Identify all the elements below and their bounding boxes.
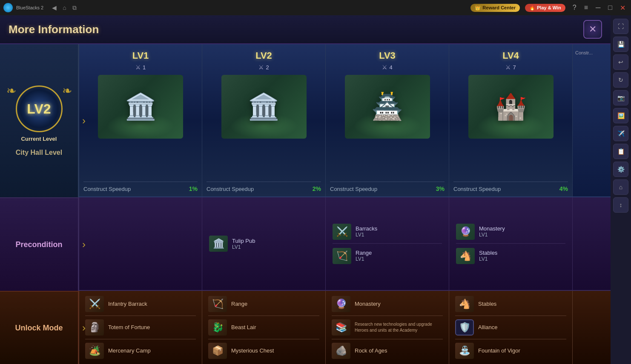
infantry-barrack-name: Infantry Barrack bbox=[108, 301, 147, 308]
academy-research-desc: Research new technologies and upgrade He… bbox=[355, 321, 443, 333]
monastery-lv: LV1 bbox=[479, 232, 505, 238]
unlock-col-2: 🏹 Range 🐉 Beast Lair 📦 Mysterious Chest bbox=[202, 291, 326, 364]
precond-col-2: 🏛️ Tulip Pub LV1 bbox=[202, 197, 326, 290]
close-x-icon: ✕ bbox=[589, 24, 597, 35]
beast-lair-icon: 🐉 bbox=[208, 319, 227, 336]
unlock-mysterious-chest: 📦 Mysterious Chest bbox=[208, 343, 319, 359]
level-card-lv4: LV4 ⚔ 7 🏰 Construct Speedup 4% bbox=[449, 44, 573, 196]
unlock-col-partial bbox=[573, 291, 611, 364]
levels-row: LV1 ⚔ 1 🏛️ Construct Speedup 1% bbox=[79, 44, 611, 197]
precond-arrow-icon: › bbox=[82, 239, 86, 250]
play-win-button[interactable]: 🔥 Play & Win bbox=[525, 4, 565, 12]
precondition-row: 🏛️ Tulip Pub LV1 ⚔️ Barracks bbox=[79, 197, 611, 291]
strip-expand-btn[interactable]: ⛶ bbox=[613, 19, 628, 34]
unlock-arrow-icon: › bbox=[82, 322, 86, 334]
mercenary-camp-name: Mercenary Camp bbox=[108, 347, 151, 355]
precond-item-barracks: ⚔️ Barracks LV1 bbox=[333, 224, 442, 244]
precond-col-1 bbox=[79, 197, 202, 290]
unlock-mode-section: Unlock Mode › bbox=[0, 291, 79, 364]
strip-send-btn[interactable]: ✈️ bbox=[613, 126, 628, 141]
left-wing: ❧ bbox=[6, 84, 16, 98]
stables-unlock-name: Stables bbox=[478, 301, 496, 308]
sword-icon-lv3: ⚔ bbox=[382, 64, 387, 71]
lv1-speedup-label: Construct Speedup bbox=[83, 186, 131, 192]
lv2-building-image: 🏛️ bbox=[221, 75, 307, 139]
unlock-fountain-vigor: ⛲ Fountain of Vigor bbox=[455, 343, 566, 359]
tulip-pub-mini-icon: 🏛️ bbox=[209, 236, 228, 252]
help-button[interactable]: ? bbox=[571, 3, 579, 12]
level-card-lv1: LV1 ⚔ 1 🏛️ Construct Speedup 1% bbox=[79, 44, 202, 196]
lv4-building-image: 🏰 bbox=[468, 75, 554, 139]
strip-copy-btn[interactable]: 📋 bbox=[613, 144, 628, 159]
level-card-partial: Constr... bbox=[573, 44, 611, 196]
reward-center-label: Reward Center bbox=[482, 5, 516, 10]
strip-save-btn[interactable]: 💾 bbox=[613, 37, 628, 52]
strip-image-btn[interactable]: 🖼️ bbox=[613, 108, 628, 123]
unlock-col-3: 🔮 Monastery 📚 Research new technologies … bbox=[326, 291, 449, 364]
lv3-speedup-row: Construct Speedup 3% bbox=[330, 182, 445, 192]
mysterious-chest-icon: 📦 bbox=[208, 343, 227, 359]
nav-buttons: ◀ ⌂ ⧉ bbox=[50, 3, 78, 12]
right-strip: ⛶ 💾 ↩ ↻ 📷 🖼️ ✈️ 📋 ⚙️ ⌂ ↕ bbox=[611, 15, 631, 364]
right-wing: ❧ bbox=[62, 84, 72, 98]
strip-camera-btn[interactable]: 📷 bbox=[613, 90, 628, 105]
strip-settings-btn[interactable]: ⚙️ bbox=[613, 162, 628, 177]
barracks-mini-icon: ⚔️ bbox=[333, 224, 351, 240]
totem-fortune-icon: 🗿 bbox=[85, 319, 104, 336]
app-name: BlueStacks 2 bbox=[16, 5, 43, 10]
range-info: Range LV1 bbox=[356, 250, 372, 262]
mysterious-chest-name: Mysterious Chest bbox=[231, 347, 274, 355]
unlock-alliance: 🛡️ Alliance bbox=[455, 319, 566, 339]
lv2-req: ⚔ 2 bbox=[258, 64, 269, 71]
lv1-building-shape: 🏛️ bbox=[125, 94, 157, 119]
menu-button[interactable]: ≡ bbox=[582, 3, 590, 12]
precondition-label: Precondition bbox=[15, 240, 62, 249]
barracks-info: Barracks LV1 bbox=[356, 225, 377, 238]
nav-copy[interactable]: ⧉ bbox=[71, 3, 78, 12]
current-level-label: Current Level bbox=[21, 136, 57, 142]
minimize-button[interactable]: ─ bbox=[594, 3, 602, 12]
unlock-academy-research: 📚 Research new technologies and upgrade … bbox=[332, 319, 443, 339]
monastery-unlock-icon: 🔮 bbox=[332, 296, 350, 312]
rock-ages-name: Rock of Ages bbox=[355, 347, 387, 355]
unlock-infantry-barrack: ⚔️ Infantry Barrack bbox=[85, 296, 196, 316]
close-button[interactable]: ✕ bbox=[618, 3, 628, 13]
alliance-special-icon: 🛡️ bbox=[455, 319, 474, 336]
tulip-pub-name: Tulip Pub bbox=[232, 238, 255, 244]
game-close-button[interactable]: ✕ bbox=[583, 20, 602, 39]
lv1-req: ⚔ 1 bbox=[135, 64, 146, 71]
lv2-speedup-row: Construct Speedup 2% bbox=[207, 182, 321, 192]
unlock-rock-ages: 🪨 Rock of Ages bbox=[332, 343, 443, 359]
lv3-speedup-label: Construct Speedup bbox=[330, 186, 377, 192]
strip-undo-btn[interactable]: ↩ bbox=[613, 54, 628, 70]
beast-lair-name: Beast Lair bbox=[231, 324, 256, 331]
precond-item-monastery: 🔮 Monastery LV1 bbox=[456, 224, 565, 244]
play-win-label: Play & Win bbox=[537, 5, 561, 10]
reward-center-button[interactable]: 👑 Reward Center bbox=[470, 4, 520, 12]
stables-name: Stables bbox=[479, 250, 497, 256]
strip-home-btn[interactable]: ⌂ bbox=[613, 179, 628, 195]
lv3-building-shape: 🏯 bbox=[371, 94, 403, 119]
fountain-vigor-name: Fountain of Vigor bbox=[478, 347, 520, 355]
alliance-name: Alliance bbox=[478, 324, 498, 331]
unlock-stables: 🐴 Stables bbox=[455, 296, 566, 316]
stables-unlock-icon: 🐴 bbox=[455, 296, 474, 312]
monastery-unlock-name: Monastery bbox=[355, 301, 381, 308]
strip-refresh-btn[interactable]: ↻ bbox=[613, 72, 628, 88]
lv3-speedup-value: 3% bbox=[436, 185, 445, 192]
arrow-right-icon: › bbox=[82, 115, 86, 127]
level-badge: ❧ ❧ LV2 bbox=[16, 85, 63, 132]
nav-back[interactable]: ◀ bbox=[50, 3, 58, 12]
titlebar: BlueStacks 2 ◀ ⌂ ⧉ 👑 Reward Center 🔥 Pla… bbox=[0, 0, 631, 15]
range-unlock-icon: 🏹 bbox=[208, 296, 227, 312]
lv2-building-shape: 🏛️ bbox=[248, 94, 280, 119]
nav-home[interactable]: ⌂ bbox=[61, 3, 68, 12]
sword-icon-lv1: ⚔ bbox=[135, 64, 141, 71]
precond-col-3: ⚔️ Barracks LV1 🏹 Range LV1 bbox=[326, 197, 449, 290]
maximize-button[interactable]: □ bbox=[606, 3, 614, 12]
app-logo bbox=[3, 3, 13, 12]
strip-resize-btn[interactable]: ↕ bbox=[613, 197, 628, 213]
level-card-lv2: LV2 ⚔ 2 🏛️ Construct Speedup 2% bbox=[202, 44, 326, 196]
monastery-name: Monastery bbox=[479, 225, 505, 232]
precond-item-range: 🏹 Range LV1 bbox=[333, 248, 442, 264]
